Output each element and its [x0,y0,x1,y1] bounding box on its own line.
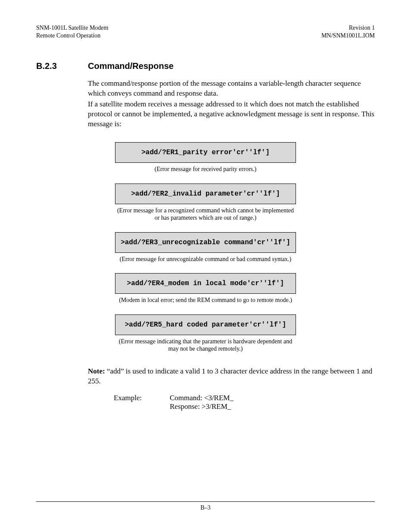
error-code-box: >add/?ER5_hard coded parameter'cr''lf'] [115,314,296,335]
error-code-box: >add/?ER1_parity error'cr''lf'] [115,142,296,163]
error-caption: (Error message for a recognized command … [115,207,296,222]
example-command: Command: <3/REM_ [170,394,234,402]
page-header: SNM-1001L Satellite Modem Remote Control… [36,24,375,40]
body-paragraphs: The command/response portion of the mess… [88,79,375,129]
header-right: Revision 1 MN/SNM1001L.IOM [321,24,375,40]
error-caption: (Error message for received parity error… [115,165,296,173]
page-number: B–3 [200,504,210,511]
section-title: Command/Response [88,61,174,71]
error-group: >add/?ER3_unrecognizable command'cr''lf'… [115,232,296,263]
error-group: >add/?ER4_modem in local mode'cr''lf'] (… [115,273,296,304]
page-footer: B–3 [36,501,375,511]
error-code-box: >add/?ER2_invalid parameter'cr''lf'] [115,184,296,204]
page: SNM-1001L Satellite Modem Remote Control… [0,0,411,532]
header-left-line1: SNM-1001L Satellite Modem [36,24,108,32]
section-heading: B.2.3 Command/Response [36,61,375,71]
example-block: Example: Command: <3/REM_ Response: >3/R… [114,394,375,411]
error-caption: (Error message for unrecognizable comman… [115,255,296,263]
example-label: Example: [114,394,170,411]
paragraph-1: The command/response portion of the mess… [88,79,375,99]
header-left: SNM-1001L Satellite Modem Remote Control… [36,24,108,40]
error-boxes: >add/?ER1_parity error'cr''lf'] (Error m… [36,142,375,363]
error-caption: (Error message indicating that the param… [115,338,296,353]
section-number: B.2.3 [36,61,88,71]
error-code-box: >add/?ER3_unrecognizable command'cr''lf'… [115,232,296,253]
header-right-line1: Revision 1 [321,24,375,32]
header-left-line2: Remote Control Operation [36,32,108,40]
note-block: Note: “add” is used to indicate a valid … [88,367,375,386]
error-code-box: >add/?ER4_modem in local mode'cr''lf'] [115,273,296,294]
note-label: Note: [88,367,105,375]
error-group: >add/?ER5_hard coded parameter'cr''lf'] … [115,314,296,353]
error-group: >add/?ER2_invalid parameter'cr''lf'] (Er… [115,184,296,222]
paragraph-2: If a satellite modem receives a message … [88,100,375,129]
example-response: Response: >3/REM_ [170,402,234,411]
error-group: >add/?ER1_parity error'cr''lf'] (Error m… [115,142,296,173]
error-caption: (Modem in local error; send the REM comm… [115,296,296,304]
header-right-line2: MN/SNM1001L.IOM [321,32,375,40]
note-text: “add” is used to indicate a valid 1 to 3… [88,367,372,385]
